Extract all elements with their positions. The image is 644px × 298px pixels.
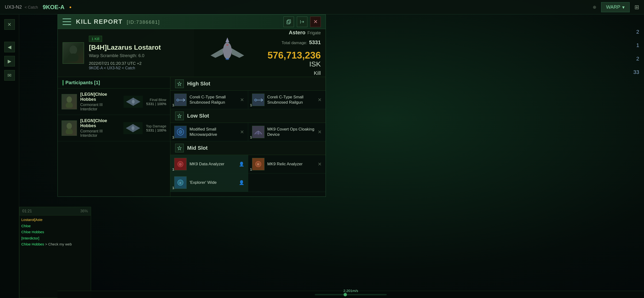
item-qty-l2: 1 bbox=[250, 135, 252, 139]
stat-label-1: Final Blow bbox=[146, 98, 166, 102]
participant-avatar-image-1 bbox=[62, 94, 77, 109]
pct-2: 100% bbox=[157, 128, 166, 132]
item-name-h2: Coreli C-Type Small Snubnosed Railgun bbox=[268, 95, 315, 105]
item-qty-m1: 1 bbox=[172, 167, 174, 171]
isk-value: 576,713,236 bbox=[268, 50, 321, 60]
copy-button[interactable] bbox=[284, 17, 294, 27]
extra-slot-item-1: 1 E 'Explorer' Wide 👤 bbox=[170, 174, 248, 192]
top-bar: UX3-N2 < Catch 9KOE-A ● ⊕ WARP ▾ ⊞ bbox=[0, 0, 644, 14]
kr-action-buttons: ✕ bbox=[284, 17, 321, 27]
low-slot-icon bbox=[175, 112, 184, 120]
item-close-h1[interactable]: ✕ bbox=[240, 97, 244, 103]
mid-slot-header: Mid Slot bbox=[170, 141, 326, 155]
high-slot-title: High Slot bbox=[187, 81, 210, 87]
item-name-e1: 'Explorer' Wide bbox=[190, 180, 236, 185]
participant-ship-1: Cormorant III Interdictor bbox=[80, 103, 120, 111]
kill-date: 2022/07/21 01:20:37 UTC +2 bbox=[89, 61, 189, 66]
item-qty-m2: 1 bbox=[250, 167, 252, 171]
section-accent bbox=[62, 80, 64, 85]
data-analyzer-icon: D bbox=[174, 158, 187, 170]
item-qty-e1: 1 bbox=[172, 186, 174, 190]
item-name-l2: MK9 Covert Ops Cloaking Device bbox=[268, 127, 315, 137]
kill-badge: 1 Kill bbox=[89, 36, 102, 42]
chat-message-1: Lostarot[Aste bbox=[21, 217, 89, 222]
equipment-slots: High Slot 1 Coreli C-Type Sm bbox=[170, 77, 326, 197]
svg-point-21 bbox=[179, 130, 182, 133]
speed-thumb[interactable] bbox=[344, 293, 347, 296]
railgun-icon-1 bbox=[174, 94, 187, 106]
close-button[interactable]: ✕ bbox=[310, 17, 321, 27]
svg-point-14 bbox=[132, 126, 134, 130]
item-name-l1: Modified Small Microwarpdrive bbox=[190, 127, 237, 137]
participant-row-2[interactable]: [LEGN]Chloe Hobbes Cormorant III Interdi… bbox=[58, 115, 170, 141]
chat-message-2: Chloe bbox=[21, 224, 89, 228]
participant-row[interactable]: [LEGN]Chloe Hobbes Cormorant III Interdi… bbox=[58, 89, 170, 115]
menu-icon[interactable] bbox=[62, 18, 71, 26]
svg-text:E: E bbox=[180, 182, 181, 184]
extra-slot-empty bbox=[248, 174, 326, 192]
participants-header: Participants [1] bbox=[58, 77, 170, 89]
total-damage-label: Total damage: bbox=[282, 41, 307, 45]
item-qty-h2: 1 bbox=[250, 103, 252, 107]
mid-slot-icon bbox=[175, 144, 184, 152]
ship-name: Astero bbox=[289, 30, 306, 36]
sidebar-nav-icon[interactable]: ▶ bbox=[4, 56, 15, 66]
low-slot-header: Low Slot bbox=[170, 109, 326, 123]
svg-point-2 bbox=[70, 46, 77, 54]
right-num-2: 1 bbox=[636, 42, 639, 49]
item-close-l2[interactable]: ✕ bbox=[318, 129, 322, 135]
svg-rect-1 bbox=[288, 20, 290, 23]
warp-dropdown-icon: ▾ bbox=[622, 4, 624, 10]
participants-panel: Participants [1] [LEGN]Chloe Hobbes Corm… bbox=[58, 77, 170, 197]
participants-title: Participants [1] bbox=[66, 80, 100, 85]
share-button[interactable] bbox=[297, 17, 308, 27]
chat-body: Lostarot[Aste Chloe Chloe Hobbes [Interd… bbox=[20, 215, 91, 250]
warp-label: WARP bbox=[606, 4, 620, 10]
high-slot-header: High Slot bbox=[170, 77, 326, 91]
participant-avatar-2 bbox=[62, 120, 77, 136]
damage-section: Astero Frigate Total damage: 5331 576,71… bbox=[266, 29, 326, 77]
high-slot-icon bbox=[175, 79, 184, 88]
chat-message-3: Chloe Hobbes bbox=[21, 230, 89, 234]
kill-report-title: KILL REPORT [ID:7386681] bbox=[76, 18, 160, 26]
svg-text:R: R bbox=[257, 163, 259, 166]
kr-body: Participants [1] [LEGN]Chloe Hobbes Corm… bbox=[58, 77, 326, 197]
victim-avatar bbox=[62, 42, 84, 64]
system-name: UX3-N2 bbox=[5, 4, 22, 10]
svg-point-5 bbox=[226, 58, 229, 60]
sidebar-mail-icon[interactable]: ✉ bbox=[4, 70, 15, 81]
sidebar-navigate-button[interactable]: ◀ bbox=[4, 42, 15, 52]
item-close-m2[interactable]: ✕ bbox=[318, 161, 322, 167]
item-close-l1[interactable]: ✕ bbox=[240, 129, 244, 135]
right-numbers: 2 1 2 33 bbox=[634, 29, 639, 75]
speed-value: 2,201m/s bbox=[343, 289, 358, 293]
item-close-h2[interactable]: ✕ bbox=[318, 97, 322, 103]
mid-slot-item-1: 1 D MK9 Data Analyzer 👤 bbox=[170, 155, 248, 174]
speed-track[interactable]: 2,201m/s bbox=[315, 294, 387, 295]
svg-point-10 bbox=[66, 102, 73, 108]
participant-info-2: [LEGN]Chloe Hobbes Cormorant III Interdi… bbox=[80, 118, 120, 138]
total-damage-value: 5331 bbox=[309, 39, 321, 46]
system-path: UX3-N2 < Catch bbox=[5, 4, 38, 10]
warp-button[interactable]: WARP ▾ bbox=[601, 2, 630, 12]
right-num-1: 2 bbox=[636, 29, 639, 35]
filter-icon[interactable]: ⊞ bbox=[634, 4, 639, 11]
participant-ship-img-1 bbox=[124, 96, 143, 108]
mwd-icon bbox=[174, 126, 187, 138]
participant-name-1: [LEGN]Chloe Hobbes bbox=[80, 92, 120, 102]
chat-name-4: [Interdictor] bbox=[21, 236, 39, 240]
chat-name-3: Chloe Hobbes bbox=[21, 230, 44, 234]
ship-image bbox=[206, 34, 254, 72]
isk-section: 576,713,236 ISK bbox=[268, 50, 321, 68]
isk-unit: ISK bbox=[309, 60, 321, 68]
svg-point-3 bbox=[68, 54, 78, 61]
item-user-icon-e1: 👤 bbox=[239, 180, 244, 185]
victim-avatar-image bbox=[63, 43, 84, 63]
low-slot-title: Low Slot bbox=[187, 113, 209, 119]
sidebar-close-button[interactable]: ✕ bbox=[4, 19, 15, 30]
kill-type: Kill bbox=[314, 70, 321, 76]
participant-avatar-1 bbox=[62, 94, 77, 109]
svg-point-18 bbox=[254, 99, 257, 101]
chat-text-5: > Check my web bbox=[45, 242, 72, 246]
victim-name: [B4H]Lazarus Lostarot bbox=[89, 44, 189, 51]
